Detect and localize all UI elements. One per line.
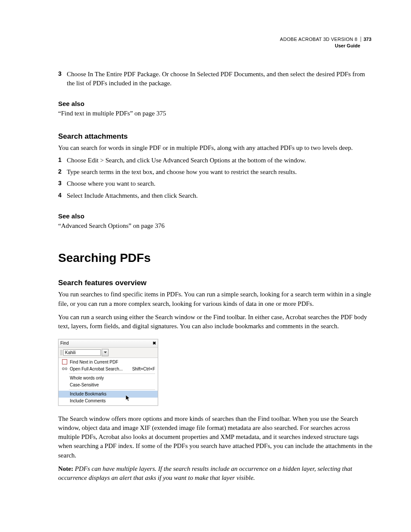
step-3: 3 Choose where you want to search. bbox=[58, 179, 373, 188]
find-toolbar-figure: Find ✖ Kahili Find Next in Current PDF O… bbox=[58, 339, 158, 406]
grip-icon bbox=[60, 350, 62, 355]
menu-label: Find Next in Current PDF bbox=[70, 360, 118, 364]
find-title: Find bbox=[60, 341, 68, 345]
step-4: 4 Select Include Attachments, and then c… bbox=[58, 191, 373, 200]
menu-include-bookmarks[interactable]: Include Bookmarks bbox=[59, 391, 158, 398]
dropdown-button[interactable] bbox=[102, 349, 109, 356]
step-number: 3 bbox=[58, 70, 62, 88]
close-icon[interactable]: ✖ bbox=[153, 341, 156, 345]
step-number: 2 bbox=[58, 168, 62, 177]
find-titlebar: Find ✖ bbox=[59, 339, 158, 348]
header-page-number: 373 bbox=[361, 37, 371, 42]
step-number: 4 bbox=[58, 191, 62, 200]
overview-p2: You can run a search using either the Se… bbox=[58, 313, 373, 331]
menu-shortcut: Shift+Ctrl+F bbox=[124, 367, 155, 371]
menu-include-comments[interactable]: Include Comments bbox=[59, 398, 158, 404]
chevron-down-icon bbox=[104, 352, 107, 353]
see-also-link: “Find text in multiple PDFs” on page 375 bbox=[58, 109, 373, 118]
menu-case-sensitive[interactable]: Case-Sensitive bbox=[59, 382, 158, 389]
main-heading: Searching PDFs bbox=[58, 251, 373, 265]
note-paragraph: Note: PDFs can have multiple layers. If … bbox=[58, 464, 373, 483]
see-also-link-2: “Advanced Search Options” on page 376 bbox=[58, 221, 373, 230]
menu-label: Whole words only bbox=[70, 376, 104, 380]
search-attachments-heading: Search attachments bbox=[58, 132, 373, 141]
after-figure-p1: The Search window offers more options an… bbox=[58, 414, 373, 460]
step-text: Choose Edit > Search, and click Use Adva… bbox=[67, 156, 306, 165]
find-input-value: Kahili bbox=[65, 350, 75, 355]
menu-label: Include Bookmarks bbox=[70, 392, 106, 396]
binoculars-icon bbox=[62, 366, 67, 371]
step-text: Choose In The Entire PDF Package. Or cho… bbox=[67, 70, 373, 88]
svg-marker-0 bbox=[104, 352, 107, 353]
see-also-heading-2: See also bbox=[58, 212, 373, 220]
menu-find-next[interactable]: Find Next in Current PDF bbox=[59, 359, 158, 366]
menu-label: Open Full Acrobat Search... bbox=[70, 367, 123, 371]
note-text: PDFs can have multiple layers. If the se… bbox=[58, 465, 352, 481]
overview-heading: Search features overview bbox=[58, 279, 373, 287]
step-text: Type search terms in the text box, and c… bbox=[67, 168, 297, 177]
find-input-row: Kahili bbox=[59, 348, 110, 358]
overview-p1: You run searches to find specific items … bbox=[58, 290, 373, 308]
step-number: 3 bbox=[58, 179, 62, 188]
step-number: 1 bbox=[58, 156, 62, 165]
search-attachments-intro: You can search for words in single PDF o… bbox=[58, 143, 373, 152]
step-1: 1 Choose Edit > Search, and click Use Ad… bbox=[58, 156, 373, 165]
menu-separator bbox=[69, 373, 155, 374]
menu-separator bbox=[69, 389, 155, 390]
find-dropdown-menu: Find Next in Current PDF Open Full Acrob… bbox=[59, 358, 158, 405]
pdf-icon bbox=[62, 359, 67, 364]
menu-open-full-search[interactable]: Open Full Acrobat Search... Shift+Ctrl+F bbox=[59, 366, 158, 373]
intro-step: 3 Choose In The Entire PDF Package. Or c… bbox=[58, 70, 373, 88]
menu-whole-words[interactable]: Whole words only bbox=[59, 375, 158, 382]
menu-label: Case-Sensitive bbox=[70, 383, 99, 387]
menu-label: Include Comments bbox=[70, 398, 106, 403]
step-text: Choose where you want to search. bbox=[67, 179, 156, 188]
find-input[interactable]: Kahili bbox=[63, 349, 101, 356]
see-also-heading: See also bbox=[58, 100, 373, 107]
header-product: ADOBE ACROBAT 3D VERSION 8 bbox=[280, 37, 358, 42]
note-label: Note: bbox=[58, 465, 73, 472]
header-subtitle: User Guide bbox=[58, 43, 360, 49]
step-text: Select Include Attachments, and then cli… bbox=[67, 191, 198, 200]
page-header: ADOBE ACROBAT 3D VERSION 8 373 User Guid… bbox=[58, 36, 373, 49]
step-2: 2 Type search terms in the text box, and… bbox=[58, 168, 373, 177]
